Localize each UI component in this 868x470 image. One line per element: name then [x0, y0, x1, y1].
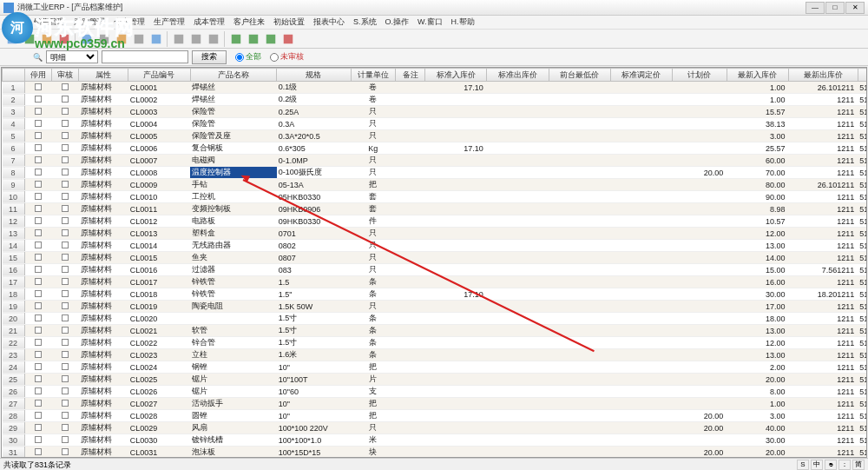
table-row[interactable]: 17原辅材料CL0017锌铁管1.5条16.00121151021否 — [3, 276, 868, 288]
maximize-button[interactable]: □ — [825, 2, 845, 14]
column-header[interactable]: 标准入库价 — [425, 69, 487, 82]
window-title: 消微工业ERP - [产品档案维护] — [17, 2, 806, 13]
column-header[interactable]: 属性 — [79, 69, 128, 82]
table-row[interactable]: 8原辅材料CL0008温度控制器0-100摄氏度只20.0070.0012115… — [3, 167, 868, 179]
table-row[interactable]: 4原辅材料CL0004保险管0.3A只38.13121151021买 — [3, 118, 868, 130]
table-row[interactable]: 14原辅材料CL0014无线路由器0802只13.00121151021否 — [3, 240, 868, 252]
toolbar-button-10[interactable] — [187, 30, 204, 47]
toolbar-button-7[interactable] — [130, 30, 147, 47]
menu-item[interactable]: 仓库管理 — [114, 17, 145, 28]
menu-item[interactable]: 初始设置 — [273, 17, 305, 28]
search-field-select[interactable]: 明细 — [46, 50, 98, 63]
data-grid[interactable]: 停用审核属性产品编号产品名称规格计量单位备注标准入库价标准出库价前台最低价标准调… — [1, 67, 867, 458]
app-icon — [3, 3, 14, 13]
toolbar-button-14[interactable] — [262, 30, 279, 47]
toolbar-button-15[interactable] — [279, 30, 296, 47]
column-header[interactable]: 最新出库价 — [788, 69, 858, 82]
svg-rect-14 — [266, 34, 275, 43]
table-row[interactable]: 19原辅材料CL0019陶瓷电阻1.5K 50W只17.00121151021买 — [3, 301, 868, 313]
toolbar-button-6[interactable] — [113, 30, 129, 47]
column-header[interactable]: 标准出库价 — [487, 69, 549, 82]
column-header[interactable] — [3, 69, 25, 82]
filter-all[interactable]: 全部 — [235, 51, 261, 63]
toolbar-button-11[interactable] — [205, 30, 221, 47]
ime-badge: S — [797, 460, 809, 470]
svg-rect-2 — [42, 34, 51, 43]
table-row[interactable]: 5原辅材料CL0005保险管及座0.3A*20*0.5只3.0012115102… — [3, 130, 868, 142]
column-header[interactable]: 前台最低价 — [549, 69, 610, 82]
column-header[interactable]: 审核 — [51, 69, 78, 82]
table-row[interactable]: 20原辅材料CL00201.5寸条18.00121151021买 — [3, 313, 868, 325]
menu-item[interactable]: 成本管理 — [194, 17, 225, 28]
table-row[interactable]: 25原辅材料CL0025锯片10"100T片20.00121151021否 — [3, 374, 868, 386]
toolbar-button-2[interactable] — [38, 30, 55, 47]
menu-item[interactable]: 销售管理 — [34, 17, 65, 28]
menu-item[interactable]: S.系统 — [353, 17, 377, 28]
column-header[interactable]: 产品编号 — [128, 69, 190, 82]
table-row[interactable]: 3原辅材料CL0003保险管0.25A只15.57121151021否 — [3, 106, 868, 118]
table-row[interactable]: 2原辅材料CL0002焊锡丝0.2级卷1.00121151021否 — [3, 94, 868, 106]
column-header[interactable]: 计划价 — [673, 69, 727, 82]
svg-rect-12 — [231, 34, 240, 43]
table-row[interactable]: 27原辅材料CL0027活动扳手10"把1.00121151021否 — [3, 398, 868, 410]
column-header[interactable]: 计量单位 — [351, 69, 395, 82]
menu-item[interactable]: H.帮助 — [451, 17, 475, 28]
table-row[interactable]: 11原辅材料CL0011变频控制板09HKB0906套8.98121151021… — [3, 203, 868, 215]
column-header[interactable]: 规格 — [277, 69, 351, 82]
table-row[interactable]: 7原辅材料CL0007电磁阀0-1.0MP只60.00121151021否 — [3, 155, 868, 167]
table-row[interactable]: 26原辅材料CL0026锯片10"60支8.00121151021否 — [3, 386, 868, 398]
table-row[interactable]: 28原辅材料CL0028圆锉10"把20.003.00121151021否11 — [3, 410, 868, 422]
column-header[interactable]: 标准调定价 — [610, 69, 672, 82]
table-row[interactable]: 9原辅材料CL0009手钻05-13A把80.0026.10121151021否… — [3, 179, 868, 191]
table-row[interactable]: 24原辅材料CL0024钢锉10"把2.00121151021否 — [3, 361, 868, 374]
svg-rect-13 — [248, 34, 258, 43]
menu-item[interactable]: 客户往来 — [233, 17, 265, 28]
menu-item[interactable]: W.窗口 — [418, 17, 443, 28]
menu-item[interactable]: 报表中心 — [313, 17, 345, 28]
toolbar-button-12[interactable] — [227, 30, 244, 47]
toolbar-button-9[interactable] — [170, 30, 187, 47]
search-prefix-icon: 🔍 — [33, 53, 43, 62]
table-row[interactable]: 29原辅材料CL0029风扇100*100 220V只20.0040.00121… — [3, 422, 868, 434]
table-row[interactable]: 10原辅材料CL0010工控机05HKB0330套90.00121151021否 — [3, 191, 868, 203]
table-row[interactable]: 12原辅材料CL0012电路板09HKB0330件10.57121151021是… — [3, 215, 868, 228]
table-row[interactable]: 22原辅材料CL0022锌合管1.5寸条12.00121151021否 — [3, 337, 868, 349]
toolbar-button-13[interactable] — [245, 30, 261, 47]
table-row[interactable]: 30原辅材料CL0030镀锌线槽100*100*1.0米30.001211510… — [3, 434, 868, 447]
svg-rect-8 — [151, 34, 161, 43]
close-button[interactable]: ✕ — [845, 2, 865, 14]
table-row[interactable]: 15原辅材料CL0015鱼夹0807只14.00121151021买 — [3, 252, 868, 264]
ime-badge: 简 — [852, 460, 865, 470]
toolbar-button-8[interactable] — [148, 30, 164, 47]
column-header[interactable]: 产品名称 — [190, 69, 277, 82]
menu-item[interactable]: 采购管理 — [74, 17, 105, 28]
column-header[interactable]: 科目编码 — [858, 69, 867, 82]
menu-item[interactable]: 生产管理 — [154, 17, 185, 28]
table-row[interactable]: 31原辅材料CL0031泡沫板100*15D*15块20.0020.001211… — [3, 447, 868, 459]
table-row[interactable]: 21原辅材料CL0021软管1.5寸条13.00121151021买 — [3, 325, 868, 337]
filter-unaudited[interactable]: 未审核 — [270, 51, 304, 63]
toolbar-button-5[interactable] — [95, 30, 112, 47]
table-row[interactable]: 23原辅材料CL0023立柱1.6米条13.00121151021是 — [3, 349, 868, 361]
minimize-button[interactable]: — — [806, 2, 825, 14]
svg-rect-10 — [191, 34, 201, 43]
search-input[interactable] — [102, 50, 188, 63]
table-row[interactable]: 13原辅材料CL0013塑料盒0701只12.00121151021买 — [3, 228, 868, 240]
toolbar-button-3[interactable] — [56, 30, 72, 47]
menu-item[interactable]: O.操作 — [385, 17, 410, 28]
column-header[interactable]: 最新入库价 — [727, 69, 788, 82]
table-row[interactable]: 16原辅材料CL0016过滤器083只15.007.56121151021否 — [3, 264, 868, 276]
status-bar: 共读取了831条记录 S中ə：简 — [0, 458, 868, 470]
toolbar-button-1[interactable] — [21, 30, 37, 47]
search-button[interactable]: 搜索 — [192, 50, 227, 64]
ime-badge: ə — [825, 460, 837, 470]
svg-rect-5 — [99, 34, 108, 43]
toolbar-button-0[interactable] — [3, 30, 20, 47]
toolbar-button-4[interactable] — [78, 30, 95, 47]
table-row[interactable]: 6原辅材料CL0006复合钢板0.6*305Kg17.1025.57121151… — [3, 142, 868, 155]
table-row[interactable]: 18原辅材料CL0018锌铁管1.5"条17.1030.0018.2012115… — [3, 288, 868, 301]
column-header[interactable]: 停用 — [24, 69, 51, 82]
table-row[interactable]: 1原辅材料CL0001焊锡丝0.1级卷17.101.0026.101211510… — [3, 82, 868, 94]
column-header[interactable]: 备注 — [395, 69, 424, 82]
menu-item[interactable]: F.文件 — [3, 17, 25, 28]
